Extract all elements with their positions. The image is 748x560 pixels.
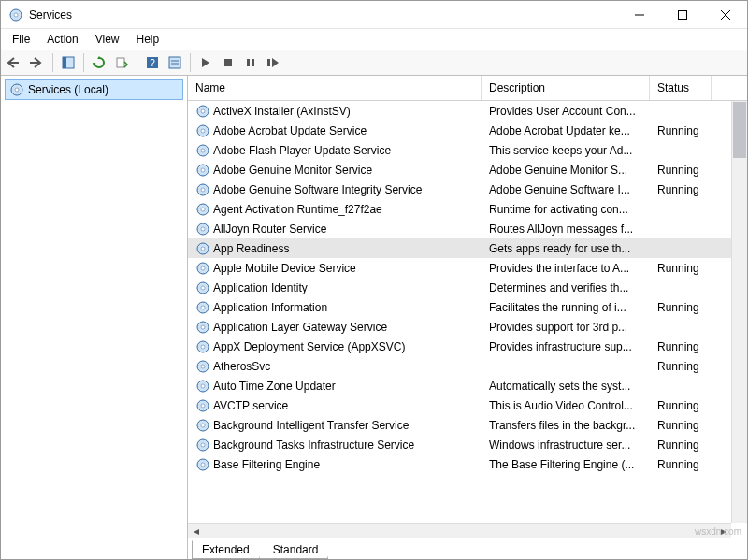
service-name-cell: ActiveX Installer (AxInstSV) (188, 104, 482, 119)
svg-point-25 (201, 149, 205, 152)
service-name-cell: Background Intelligent Transfer Service (188, 418, 482, 433)
toolbar: ? (1, 50, 747, 76)
service-description-cell: Provides User Account Con... (482, 105, 650, 118)
tab-standard[interactable]: Standard (259, 540, 329, 559)
close-button[interactable] (704, 1, 747, 29)
scroll-right-icon[interactable]: ▸ (715, 524, 731, 539)
service-icon (195, 261, 210, 276)
service-row[interactable]: Application IdentityDetermines and verif… (188, 278, 747, 297)
service-row[interactable]: Adobe Genuine Monitor ServiceAdobe Genui… (188, 160, 747, 179)
services-list[interactable]: ActiveX Installer (AxInstSV)Provides Use… (188, 101, 747, 538)
service-description-cell: Provides the interface to A... (482, 262, 650, 275)
menu-bar: File Action View Help (1, 29, 747, 50)
service-icon (195, 241, 210, 256)
service-name: Adobe Flash Player Update Service (213, 144, 391, 157)
menu-view[interactable]: View (88, 31, 127, 48)
services-window: Services File Action View Help ? (0, 0, 748, 560)
service-name: AVCTP service (213, 399, 288, 412)
svg-point-41 (201, 306, 205, 309)
maximize-button[interactable] (661, 1, 704, 29)
help-button[interactable]: ? (142, 52, 163, 73)
svg-point-51 (201, 404, 205, 408)
scroll-left-icon[interactable]: ◂ (188, 524, 204, 539)
service-row[interactable]: AtherosSvcRunning (188, 356, 747, 376)
service-icon (195, 457, 210, 472)
vertical-scrollbar[interactable] (731, 101, 747, 523)
menu-action[interactable]: Action (39, 31, 85, 48)
service-row[interactable]: Application InformationFacilitates the r… (188, 297, 747, 317)
service-row[interactable]: Application Layer Gateway ServiceProvide… (188, 317, 747, 337)
service-icon (195, 182, 210, 197)
show-hide-tree-button[interactable] (58, 52, 79, 73)
service-row[interactable]: Adobe Genuine Software Integrity Service… (188, 179, 747, 199)
restart-service-button[interactable] (263, 52, 283, 73)
service-description-cell: Routes AllJoyn messages f... (482, 223, 650, 236)
service-name-cell: AllJoyn Router Service (188, 222, 482, 237)
tree-pane: Services (Local) (1, 76, 188, 559)
tree-item-services-local[interactable]: Services (Local) (5, 79, 183, 100)
service-row[interactable]: Base Filtering EngineThe Base Filtering … (188, 454, 747, 474)
forward-button[interactable] (27, 52, 48, 73)
service-icon (195, 280, 210, 295)
service-row[interactable]: App ReadinessGets apps ready for use th.… (188, 238, 747, 258)
svg-point-55 (201, 443, 205, 447)
service-description-cell: Windows infrastructure ser... (482, 438, 650, 452)
column-header-name[interactable]: Name (188, 76, 482, 100)
service-name: AtherosSvc (213, 360, 270, 373)
service-description-cell: Provides infrastructure sup... (482, 340, 650, 353)
service-status-cell: Running (650, 438, 712, 452)
service-icon (195, 202, 210, 217)
service-row[interactable]: Auto Time Zone UpdaterAutomatically sets… (188, 376, 747, 395)
service-row[interactable]: AllJoyn Router ServiceRoutes AllJoyn mes… (188, 219, 747, 238)
column-header-status[interactable]: Status (650, 76, 712, 100)
svg-rect-3 (679, 10, 687, 19)
scrollbar-thumb[interactable] (733, 102, 746, 158)
back-button[interactable] (5, 52, 25, 73)
svg-rect-11 (169, 57, 180, 68)
toolbar-separator (137, 53, 137, 72)
svg-point-33 (201, 227, 205, 231)
service-row[interactable]: AVCTP serviceThis is Audio Video Control… (188, 395, 747, 415)
service-description-cell: Transfers files in the backgr... (482, 419, 650, 432)
svg-point-21 (201, 109, 205, 113)
menu-help[interactable]: Help (129, 31, 167, 48)
service-row[interactable]: AppX Deployment Service (AppXSVC)Provide… (188, 337, 747, 356)
service-status-cell: Running (650, 360, 712, 373)
service-row[interactable]: ActiveX Installer (AxInstSV)Provides Use… (188, 101, 747, 121)
service-name: Apple Mobile Device Service (213, 262, 356, 275)
service-row[interactable]: Adobe Acrobat Update ServiceAdobe Acroba… (188, 121, 747, 140)
stop-service-button[interactable] (218, 52, 238, 73)
gear-icon (9, 82, 24, 97)
service-description-cell: Facilitates the running of i... (482, 301, 650, 314)
properties-button[interactable] (165, 52, 185, 73)
service-description-cell: Adobe Acrobat Updater ke... (482, 124, 650, 137)
service-description-cell: Runtime for activating con... (482, 203, 650, 216)
service-row[interactable]: Adobe Flash Player Update ServiceThis se… (188, 140, 747, 160)
service-status-cell: Running (650, 183, 712, 196)
menu-file[interactable]: File (5, 31, 37, 48)
service-name-cell: Adobe Flash Player Update Service (188, 143, 482, 158)
refresh-button[interactable] (89, 52, 109, 73)
svg-text:?: ? (150, 58, 155, 68)
service-name-cell: Background Tasks Infrastructure Service (188, 438, 482, 452)
service-icon (195, 339, 210, 354)
svg-rect-8 (117, 58, 124, 67)
service-description-cell: Determines and verifies th... (482, 281, 650, 294)
service-row[interactable]: Agent Activation Runtime_f27f2aeRuntime … (188, 199, 747, 219)
start-service-button[interactable] (195, 52, 216, 73)
horizontal-scrollbar[interactable]: ◂ ▸ (188, 523, 731, 538)
service-name: Application Information (213, 301, 327, 314)
column-header-description[interactable]: Description (482, 76, 650, 100)
pause-service-button[interactable] (240, 52, 261, 73)
svg-point-39 (201, 286, 205, 290)
svg-point-23 (201, 129, 205, 133)
export-list-button[interactable] (111, 52, 132, 73)
service-row[interactable]: Apple Mobile Device ServiceProvides the … (188, 258, 747, 278)
service-row[interactable]: Background Intelligent Transfer ServiceT… (188, 415, 747, 435)
svg-point-49 (201, 384, 205, 388)
toolbar-separator (190, 53, 191, 72)
minimize-button[interactable] (618, 1, 661, 29)
service-name-cell: Application Identity (188, 280, 482, 295)
service-row[interactable]: Background Tasks Infrastructure ServiceW… (188, 435, 747, 454)
tab-extended[interactable]: Extended (192, 540, 260, 559)
